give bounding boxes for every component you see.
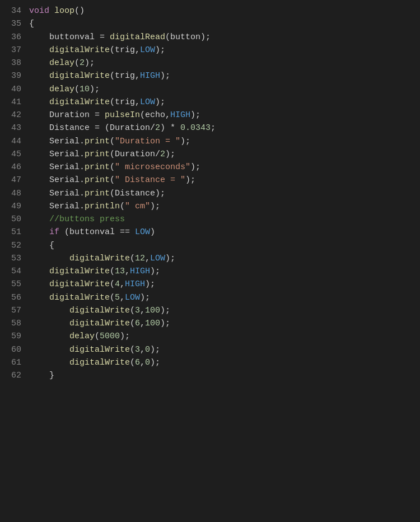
plain-token: ); <box>150 202 160 211</box>
plain-token: ( <box>130 345 135 355</box>
plain-token: (echo, <box>140 110 170 120</box>
plain-token: ); <box>160 306 170 315</box>
plain-token: ); <box>165 254 175 263</box>
plain-token: ); <box>155 45 165 55</box>
line-number: 58 <box>0 317 21 330</box>
plain-token: Serial. <box>29 137 85 146</box>
fn-token: digitalWrite <box>49 293 110 302</box>
fn-token: print <box>85 175 110 185</box>
plain-token: ); <box>190 110 200 120</box>
fn-token: digitalWrite <box>69 319 130 328</box>
plain-token: ( <box>74 58 80 68</box>
code-line: Serial.print("Duration = "); <box>29 135 420 148</box>
num-token: 12 <box>135 254 145 263</box>
code-content: void loop(){ buttonval = digitalRead(but… <box>29 4 420 382</box>
plain-token <box>29 345 69 355</box>
code-line: Serial.print(" Distance = "); <box>29 174 420 187</box>
fn-token: digitalWrite <box>69 345 130 355</box>
plain-token: ( <box>110 279 115 289</box>
plain-token: Serial. <box>29 162 85 172</box>
plain-token: ); <box>150 358 160 367</box>
plain-token: (buttonval == <box>59 227 135 237</box>
plain-token: , <box>140 306 145 315</box>
plain-token: ); <box>165 150 175 159</box>
num-token: 3 <box>135 306 140 315</box>
plain-token: (button); <box>165 32 211 42</box>
line-number: 46 <box>0 161 21 174</box>
const-kw-token: LOW <box>125 293 140 302</box>
code-line: digitalWrite(5,LOW); <box>29 291 420 304</box>
num-token: 100 <box>145 306 160 315</box>
fn-token: digitalWrite <box>49 279 110 289</box>
plain-token <box>29 332 69 341</box>
line-number: 52 <box>0 239 21 252</box>
kw-token: if <box>49 227 59 237</box>
plain-token: (trig, <box>110 97 140 107</box>
fn-token: digitalWrite <box>49 45 110 55</box>
code-line: delay(5000); <box>29 330 420 343</box>
line-number: 43 <box>0 122 21 134</box>
code-line: Duration = pulseIn(echo,HIGH); <box>29 109 420 122</box>
line-number: 50 <box>0 213 21 226</box>
plain-token <box>29 85 49 94</box>
line-number-column: 3435363738394041424344454647484950515253… <box>0 4 29 382</box>
plain-token: (Duration/ <box>110 150 160 159</box>
line-number: 51 <box>0 226 21 239</box>
plain-token <box>29 358 69 367</box>
fn-token: digitalWrite <box>69 254 130 263</box>
plain-token: ( <box>130 254 135 263</box>
num-token: 13 <box>115 267 125 276</box>
plain-token <box>29 227 49 237</box>
plain-token: , <box>120 293 125 302</box>
plain-token: ( <box>110 175 115 185</box>
const-kw-token: HIGH <box>130 267 150 276</box>
plain-token <box>29 71 49 81</box>
fn-token: print <box>85 137 110 146</box>
code-line: digitalWrite(trig,HIGH); <box>29 69 420 82</box>
code-line: Serial.println(" cm"); <box>29 200 420 213</box>
plain-token: ); <box>190 162 200 172</box>
plain-token: ); <box>140 293 150 302</box>
plain-token: Serial. <box>29 189 85 198</box>
code-line: digitalWrite(4,HIGH); <box>29 278 420 291</box>
plain-token: (Distance); <box>110 189 165 198</box>
fn-token: delay <box>49 58 74 68</box>
code-line: //buttons press <box>29 213 420 226</box>
plain-token: ); <box>155 97 165 107</box>
plain-token: ( <box>74 85 80 94</box>
plain-token: ); <box>185 175 195 185</box>
code-line: digitalWrite(6,100); <box>29 317 420 330</box>
plain-token: Serial. <box>29 150 85 159</box>
fn-token: digitalWrite <box>69 358 130 367</box>
num-token: 2 <box>160 150 165 159</box>
line-number: 53 <box>0 252 21 265</box>
plain-token: ); <box>160 71 170 81</box>
plain-token: ( <box>110 267 115 276</box>
num-token: 3 <box>135 345 140 355</box>
code-line: void loop() <box>29 4 420 17</box>
num-token: 2 <box>80 58 85 68</box>
plain-token: ); <box>145 279 155 289</box>
code-line: { <box>29 17 420 30</box>
line-number: 55 <box>0 278 21 291</box>
fn-token: print <box>85 150 110 159</box>
code-line: buttonval = digitalRead(button); <box>29 31 420 44</box>
plain-token: ( <box>110 293 115 302</box>
plain-token: (trig, <box>110 71 140 81</box>
code-line: digitalWrite(3,100); <box>29 304 420 317</box>
code-line: digitalWrite(12,LOW); <box>29 252 420 265</box>
cmt-token: //buttons press <box>29 215 125 224</box>
plain-token <box>29 267 49 276</box>
line-number: 61 <box>0 356 21 369</box>
fn-token: delay <box>49 85 74 94</box>
const-kw-token: HIGH <box>170 110 190 120</box>
plain-token: ); <box>150 267 160 276</box>
plain-token: buttonval = <box>29 32 110 42</box>
code-line: digitalWrite(trig,LOW); <box>29 44 420 57</box>
kw-token: void <box>29 6 49 16</box>
line-number: 40 <box>0 83 21 96</box>
fn-token: digitalRead <box>110 32 165 42</box>
num-token: 5 <box>115 293 120 302</box>
fn-token: pulseIn <box>105 110 140 120</box>
plain-token <box>29 279 49 289</box>
